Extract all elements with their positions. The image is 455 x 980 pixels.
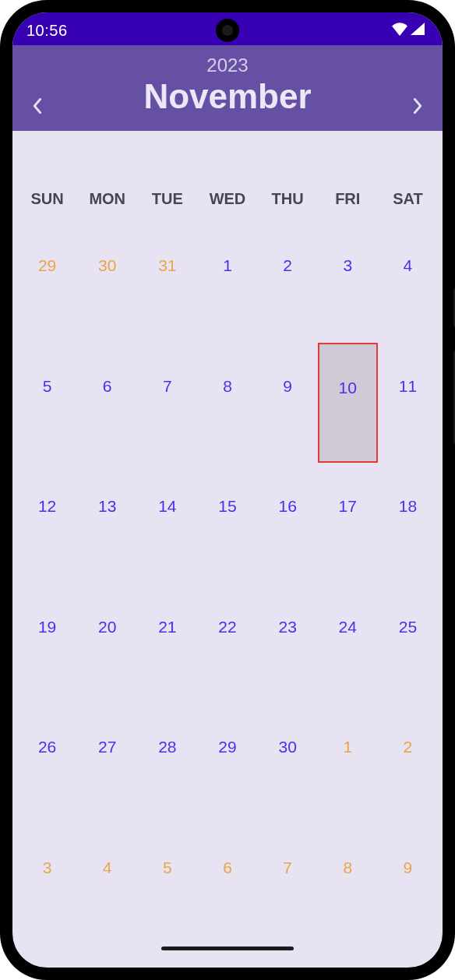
calendar-header: 2023 November	[12, 45, 443, 131]
device-camera	[216, 19, 239, 42]
day-number: 6	[223, 858, 232, 877]
day-number: 5	[43, 377, 52, 396]
day-number: 24	[339, 618, 357, 636]
day-cell[interactable]: 5	[17, 343, 77, 464]
weekday-label: FRI	[318, 190, 378, 208]
day-number: 27	[98, 738, 116, 756]
day-cell[interactable]: 7	[258, 824, 318, 945]
day-cell[interactable]: 30	[258, 703, 318, 824]
day-cell[interactable]: 3	[17, 824, 77, 945]
day-number: 21	[158, 618, 176, 636]
day-cell[interactable]: 1	[318, 703, 378, 824]
calendar-body: SUN MON TUE WED THU FRI SAT 293031123456…	[12, 131, 443, 968]
day-number: 5	[163, 858, 172, 877]
day-cell[interactable]: 27	[77, 703, 137, 824]
day-number: 12	[38, 497, 56, 516]
wifi-icon	[391, 22, 408, 39]
day-number: 30	[278, 738, 296, 756]
day-cell[interactable]: 16	[258, 463, 318, 583]
day-cell[interactable]: 31	[137, 222, 197, 343]
day-cell[interactable]: 5	[137, 824, 197, 945]
chevron-left-icon	[31, 98, 44, 114]
day-number: 18	[399, 497, 417, 516]
day-number: 23	[278, 618, 296, 636]
day-cell[interactable]: 29	[197, 703, 257, 824]
day-cell[interactable]: 9	[258, 343, 318, 464]
status-icons	[391, 22, 425, 39]
next-month-button[interactable]	[402, 90, 433, 122]
day-number: 8	[343, 858, 352, 877]
day-number: 15	[218, 497, 236, 516]
day-number: 6	[103, 377, 112, 396]
day-cell[interactable]: 20	[77, 583, 137, 704]
day-cell[interactable]: 21	[137, 583, 197, 704]
day-cell[interactable]: 2	[378, 703, 438, 824]
day-cell[interactable]: 13	[77, 463, 137, 583]
day-number: 29	[38, 256, 56, 275]
day-cell[interactable]: 17	[318, 463, 378, 583]
day-number: 9	[404, 858, 413, 877]
day-number: 3	[43, 858, 52, 877]
day-cell[interactable]: 15	[197, 463, 257, 583]
day-cell[interactable]: 18	[378, 463, 438, 583]
status-time: 10:56	[26, 22, 68, 40]
day-number: 7	[163, 377, 172, 396]
weekday-label: SUN	[17, 190, 77, 208]
day-number: 13	[98, 497, 116, 516]
day-number: 7	[283, 858, 292, 877]
day-cell[interactable]: 2	[258, 222, 318, 343]
day-cell[interactable]: 6	[197, 824, 257, 945]
header-year: 2023	[12, 55, 443, 76]
screen: 10:56 2023 November SUN M	[12, 12, 443, 968]
day-number: 16	[278, 497, 296, 516]
day-cell[interactable]: 12	[17, 463, 77, 583]
day-cell[interactable]: 11	[378, 343, 438, 464]
day-cell[interactable]: 22	[197, 583, 257, 704]
day-number: 1	[343, 738, 352, 756]
day-cell[interactable]: 23	[258, 583, 318, 704]
day-number: 14	[158, 497, 176, 516]
weekday-label: THU	[258, 190, 318, 208]
day-cell[interactable]: 3	[318, 222, 378, 343]
day-number: 9	[283, 377, 292, 396]
weekday-row: SUN MON TUE WED THU FRI SAT	[17, 190, 438, 208]
prev-month-button[interactable]	[22, 90, 53, 122]
day-number: 26	[38, 738, 56, 756]
day-cell[interactable]: 4	[77, 824, 137, 945]
navigation-handle[interactable]	[161, 947, 294, 950]
day-cell[interactable]: 19	[17, 583, 77, 704]
day-cell[interactable]: 4	[378, 222, 438, 343]
day-number: 1	[223, 256, 232, 275]
day-number: 29	[218, 738, 236, 756]
day-cell[interactable]: 7	[137, 343, 197, 464]
weekday-label: SAT	[378, 190, 438, 208]
day-cell[interactable]: 24	[318, 583, 378, 704]
day-cell[interactable]: 28	[137, 703, 197, 824]
day-number: 4	[404, 256, 413, 275]
day-cell[interactable]: 14	[137, 463, 197, 583]
day-cell[interactable]: 1	[197, 222, 257, 343]
day-cell[interactable]: 30	[77, 222, 137, 343]
day-number: 30	[98, 256, 116, 275]
day-cell[interactable]: 8	[318, 824, 378, 945]
weekday-label: TUE	[137, 190, 197, 208]
day-number: 19	[38, 618, 56, 636]
day-number: 2	[283, 256, 292, 275]
weekday-label: WED	[197, 190, 257, 208]
calendar-grid: 2930311234567891011121314151617181920212…	[17, 222, 438, 944]
day-number: 10	[339, 379, 357, 397]
day-number: 20	[98, 618, 116, 636]
day-cell[interactable]: 26	[17, 703, 77, 824]
day-cell[interactable]: 29	[17, 222, 77, 343]
day-cell[interactable]: 6	[77, 343, 137, 464]
device-frame: 10:56 2023 November SUN M	[0, 0, 455, 980]
signal-icon	[410, 22, 425, 39]
day-cell[interactable]: 9	[378, 824, 438, 945]
day-cell[interactable]: 8	[197, 343, 257, 464]
chevron-right-icon	[411, 98, 424, 114]
day-number: 22	[218, 618, 236, 636]
day-number: 3	[343, 256, 352, 275]
day-cell-selected[interactable]: 10	[318, 343, 378, 464]
day-number: 28	[158, 738, 176, 756]
day-cell[interactable]: 25	[378, 583, 438, 704]
